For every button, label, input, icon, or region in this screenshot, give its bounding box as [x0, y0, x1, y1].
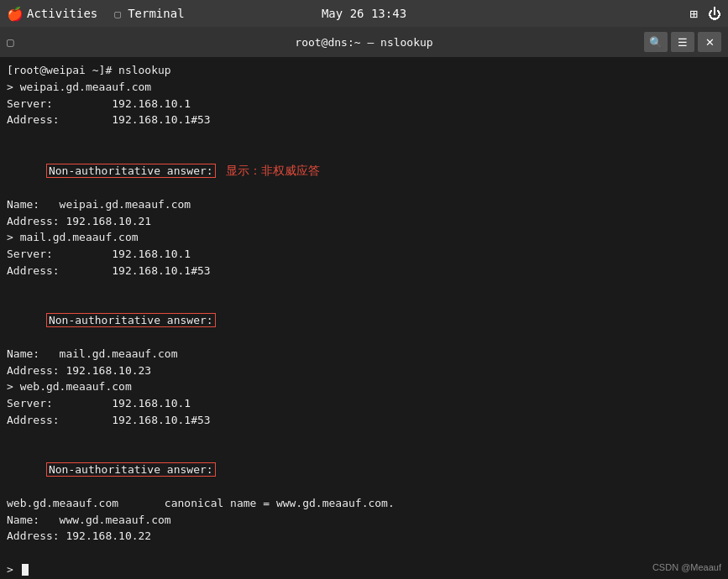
terminal-window: ▢ root@dns:~ — nslookup 🔍 ☰ ✕ [root@weip…	[0, 27, 728, 579]
system-bar-left: 🍎 Activities ▢ Terminal	[7, 6, 185, 22]
term-line-17: Non-authoritative answer:	[7, 446, 721, 495]
system-bar-clock: May 26 13:43	[322, 7, 406, 20]
term-line-3: Server: 192.168.10.1	[7, 96, 721, 112]
annotation-1: 显示：非权威应答	[226, 164, 320, 177]
blank-line-1	[7, 128, 721, 145]
cursor-line: >	[7, 561, 721, 578]
csdn-badge: CSDN @Meaauf	[652, 561, 721, 575]
term-line-20: Address: 192.168.10.22	[7, 528, 721, 545]
term-line-4: Address: 192.168.10.1#53	[7, 112, 721, 128]
cursor	[22, 564, 29, 576]
terminal-title: root@dns:~ — nslookup	[295, 36, 432, 49]
terminal-window-icon: ▢	[7, 35, 13, 49]
terminal-icon: ▢	[114, 8, 121, 20]
system-bar: 🍎 Activities ▢ Terminal May 26 13:43 ⊞ ⏻	[0, 0, 728, 27]
close-button[interactable]: ✕	[698, 32, 721, 52]
terminal-titlebar-left: ▢	[7, 35, 13, 49]
term-line-7: Address: 192.168.10.21	[7, 213, 721, 230]
term-line-5: Non-authoritative answer:显示：非权威应答	[7, 145, 721, 196]
non-auth-box-2: Non-authoritative answer:	[46, 313, 216, 327]
term-line-1: [root@weipai ~]# nslookup	[7, 62, 721, 79]
term-line-9: Server: 192.168.10.1	[7, 246, 721, 263]
search-button[interactable]: 🔍	[644, 32, 668, 52]
terminal-titlebar: ▢ root@dns:~ — nslookup 🔍 ☰ ✕	[0, 27, 728, 57]
term-line-6: Name: weipai.gd.meaauf.com	[7, 196, 721, 213]
term-line-11: Non-authoritative answer:	[7, 296, 721, 346]
terminal-titlebar-right: 🔍 ☰ ✕	[644, 32, 721, 52]
non-auth-box-3: Non-authoritative answer:	[46, 462, 216, 477]
blank-line-4	[7, 545, 721, 561]
term-line-15: Server: 192.168.10.1	[7, 395, 721, 412]
term-line-16: Address: 192.168.10.1#53	[7, 412, 721, 429]
terminal-label[interactable]: Terminal	[128, 7, 184, 20]
non-auth-box-1: Non-authoritative answer:	[46, 164, 216, 178]
activities-label[interactable]: Activities	[27, 7, 97, 20]
network-icon[interactable]: ⊞	[689, 6, 698, 22]
blank-line-3	[7, 429, 721, 446]
terminal-content: [root@weipai ~]# nslookup > weipai.gd.me…	[0, 57, 728, 579]
system-bar-right: ⊞ ⏻	[689, 6, 721, 22]
term-line-18: web.gd.meaauf.com canonical name = www.g…	[7, 495, 721, 512]
term-line-8: > mail.gd.meaauf.com	[7, 229, 721, 246]
menu-button[interactable]: ☰	[671, 32, 694, 52]
term-line-2: > weipai.gd.meaauf.com	[7, 79, 721, 96]
term-line-19: Name: www.gd.meaauf.com	[7, 512, 721, 529]
term-line-10: Address: 192.168.10.1#53	[7, 263, 721, 279]
activities-icon: 🍎	[7, 6, 24, 22]
prompt-symbol: >	[7, 561, 20, 578]
term-line-13: Address: 192.168.10.23	[7, 363, 721, 379]
blank-line-2	[7, 279, 721, 296]
term-line-12: Name: mail.gd.meaauf.com	[7, 346, 721, 363]
term-line-14: > web.gd.meaauf.com	[7, 378, 721, 395]
power-icon[interactable]: ⏻	[708, 6, 721, 22]
